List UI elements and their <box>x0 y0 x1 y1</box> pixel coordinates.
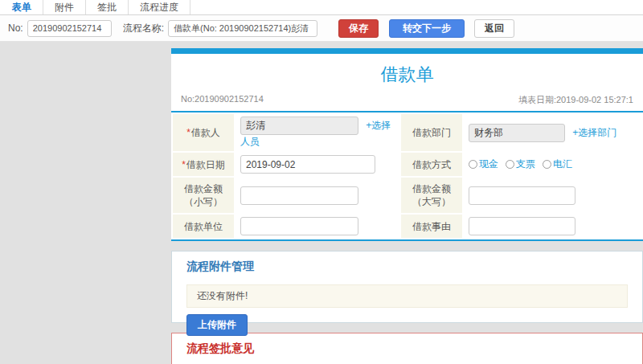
loan-method-label: 借款方式 <box>401 153 462 176</box>
borrower-label: *借款人 <box>173 114 234 151</box>
radio-circle-icon[interactable] <box>543 160 551 169</box>
no-attachment-message: 还没有附件! <box>186 284 628 308</box>
approval-heading: 流程签批意见 <box>186 342 628 356</box>
back-button[interactable]: 返回 <box>474 19 514 38</box>
amount-lower-input[interactable] <box>240 186 358 205</box>
loan-form-fields-table: *借款人 +选择人员 借款部门 +选择部门 *借款日期 <box>171 112 643 239</box>
save-button[interactable]: 保存 <box>338 19 379 38</box>
forward-next-step-button[interactable]: 转交下一步 <box>389 19 465 38</box>
form-top-accent-bar <box>171 48 643 54</box>
tab-approval[interactable]: 签批 <box>86 0 129 14</box>
approval-card: 流程签批意见 B I abc <box>171 333 643 364</box>
loan-date-label: *借款日期 <box>173 153 234 176</box>
required-mark: * <box>186 127 190 138</box>
select-department-link[interactable]: +选择部门 <box>572 127 616 138</box>
tab-process-progress[interactable]: 流程进度 <box>129 0 190 14</box>
radio-wire-transfer[interactable]: 电汇 <box>543 157 572 171</box>
upload-attachment-button[interactable]: 上传附件 <box>186 314 248 336</box>
required-mark: * <box>182 159 186 170</box>
radio-circle-icon[interactable] <box>506 160 514 169</box>
table-row: *借款人 +选择人员 借款部门 +选择部门 <box>173 114 641 151</box>
loan-unit-label: 借款单位 <box>173 215 234 238</box>
attachment-heading: 流程附件管理 <box>186 260 628 274</box>
loan-method-radio-group: 现金 支票 电汇 <box>469 157 637 171</box>
form-info-row: No:20190902152714 填表日期:2019-09-02 15:27:… <box>171 94 643 112</box>
loan-unit-input[interactable] <box>240 217 358 235</box>
loan-date-input[interactable] <box>240 155 375 174</box>
amount-upper-input[interactable] <box>469 186 575 205</box>
content-area: 借款单 No:20190902152714 填表日期:2019-09-02 15… <box>0 42 643 364</box>
form-fill-date: 填表日期:2019-09-02 15:27:1 <box>518 94 633 106</box>
table-row: 借款单位 借款事由 <box>173 215 641 238</box>
radio-cash[interactable]: 现金 <box>469 157 498 171</box>
tab-form[interactable]: 表单 <box>0 0 43 14</box>
attachment-card: 流程附件管理 还没有附件! 上传附件 <box>171 251 643 323</box>
no-input[interactable] <box>27 20 112 37</box>
amount-upper-label: 借款金额（大写） <box>401 178 462 213</box>
action-toolbar: No: 流程名称: 保存 转交下一步 返回 <box>0 15 643 42</box>
loan-reason-label: 借款事由 <box>401 215 462 238</box>
form-title: 借款单 <box>171 54 643 94</box>
top-tab-bar: 表单 附件 签批 流程进度 <box>0 0 643 15</box>
borrower-input[interactable] <box>240 117 358 135</box>
department-label: 借款部门 <box>401 114 462 151</box>
no-label: No: <box>8 22 23 34</box>
department-input[interactable] <box>469 124 565 142</box>
process-name-input[interactable] <box>168 20 317 37</box>
table-row: *借款日期 借款方式 现金 <box>173 153 641 176</box>
table-row: 借款金额（小写） 借款金额（大写） <box>173 178 641 213</box>
form-number: No:20190902152714 <box>181 94 264 106</box>
radio-circle-icon[interactable] <box>469 160 477 169</box>
loan-reason-input[interactable] <box>469 217 575 235</box>
form-bottom-accent-line <box>171 239 643 241</box>
amount-lower-label: 借款金额（小写） <box>173 178 234 213</box>
process-name-label: 流程名称: <box>123 22 164 35</box>
tab-attachment[interactable]: 附件 <box>43 0 86 14</box>
radio-cheque[interactable]: 支票 <box>506 157 535 171</box>
loan-form-card: 借款单 No:20190902152714 填表日期:2019-09-02 15… <box>171 48 643 241</box>
